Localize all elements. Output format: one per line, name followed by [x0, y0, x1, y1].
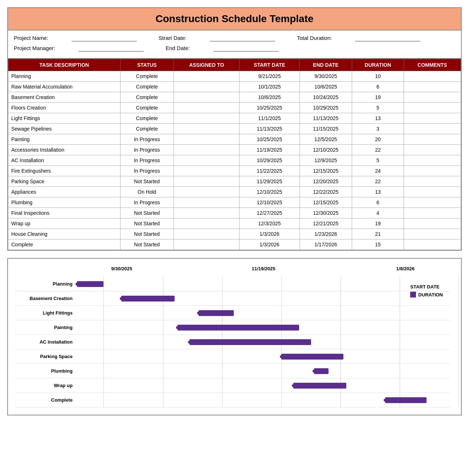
gantt-task-label: Complete	[15, 397, 77, 403]
task-end-date: 11/15/2025	[299, 124, 352, 134]
gantt-row: Wrap up	[15, 378, 450, 393]
task-name: Light Fittings	[8, 113, 121, 124]
task-end-date: 1/23/2026	[299, 229, 352, 239]
task-name: Complete	[8, 239, 121, 250]
header-end: END DATE	[299, 59, 352, 71]
gantt-chart-container: 9/30/2025 11/19/2025 1/8/2026 PlanningBa…	[7, 258, 462, 415]
task-duration: 19	[352, 92, 404, 103]
task-name: House Cleaning	[8, 229, 121, 239]
task-status: Complete	[120, 124, 174, 134]
start-date-label: Strart Date:	[159, 35, 187, 41]
gantt-date-label-3: 1/8/2026	[396, 266, 415, 271]
table-row: House Cleaning Not Started 1/3/2026 1/23…	[8, 229, 461, 239]
task-name: Plumbing	[8, 197, 121, 208]
task-name: Basement Creation	[8, 92, 121, 103]
legend-start-label: START DATE	[410, 284, 439, 290]
task-start-date: 11/22/2025	[240, 166, 299, 176]
table-row: Complete Not Started 1/3/2026 1/17/2026 …	[8, 239, 461, 250]
task-duration: 13	[352, 187, 404, 197]
table-row: Raw Material Accumulation Complete 10/1/…	[8, 82, 461, 92]
task-comments	[404, 145, 461, 155]
task-assigned	[174, 124, 239, 134]
task-status: In Progress	[120, 145, 174, 155]
task-assigned	[174, 103, 239, 113]
task-end-date: 12/20/2025	[299, 176, 352, 187]
table-header-row: TASK DESCRIPTION STATUS ASSIGNED TO STAR…	[8, 59, 461, 71]
table-row: Wrap up Not Started 12/3/2025 12/21/2025…	[8, 218, 461, 229]
gantt-task-label: Parking Space	[15, 354, 77, 359]
project-name-value	[72, 35, 137, 41]
task-duration: 5	[352, 103, 404, 113]
task-start-date: 12/3/2025	[240, 218, 299, 229]
task-duration: 22	[352, 145, 404, 155]
gantt-row: Complete	[15, 393, 450, 407]
task-end-date: 11/13/2025	[299, 113, 352, 124]
task-start-date: 9/21/2025	[240, 71, 299, 82]
gantt-task-label: Plumbing	[15, 368, 77, 374]
task-end-date: 12/15/2025	[299, 197, 352, 208]
header-status: STATUS	[120, 59, 174, 71]
task-assigned	[174, 176, 239, 187]
task-comments	[404, 124, 461, 134]
task-assigned	[174, 113, 239, 124]
task-name: Planning	[8, 71, 121, 82]
task-start-date: 10/1/2025	[240, 82, 299, 92]
task-start-date: 1/3/2026	[240, 229, 299, 239]
legend-duration-label: DURATION	[418, 292, 443, 298]
gantt-task-label: AC Installation	[15, 339, 77, 345]
task-comments	[404, 197, 461, 208]
gantt-row: Planning	[15, 277, 450, 291]
task-start-date: 10/25/2025	[240, 134, 299, 145]
header-task: TASK DESCRIPTION	[8, 59, 121, 71]
table-row: Floors Creation Complete 10/25/2025 10/2…	[8, 103, 461, 113]
project-manager-value	[78, 45, 144, 52]
task-start-date: 10/29/2025	[240, 155, 299, 166]
task-duration: 20	[352, 134, 404, 145]
gantt-bar-area	[77, 306, 450, 320]
gantt-bar	[385, 397, 427, 403]
gantt-bar	[293, 383, 347, 389]
header-assigned: ASSIGNED TO	[174, 59, 239, 71]
task-duration: 22	[352, 176, 404, 187]
task-start-date: 12/10/2025	[240, 187, 299, 197]
task-end-date: 12/22/2025	[299, 187, 352, 197]
gantt-bar-area	[77, 349, 450, 364]
task-duration: 6	[352, 197, 404, 208]
task-name: Floors Creation	[8, 103, 121, 113]
gantt-chart: 9/30/2025 11/19/2025 1/8/2026 PlanningBa…	[15, 266, 450, 407]
gantt-task-label: Painting	[15, 325, 77, 330]
project-info: Project Name: Strart Date: Total Duratio…	[8, 30, 461, 59]
task-status: Complete	[120, 82, 174, 92]
task-comments	[404, 155, 461, 166]
task-assigned	[174, 229, 239, 239]
header-comments: COMMENTS	[404, 59, 461, 71]
task-end-date: 12/15/2025	[299, 166, 352, 176]
task-comments	[404, 208, 461, 218]
gantt-date-label-1: 9/30/2025	[111, 266, 132, 271]
table-row: Accessories Installation In Progress 11/…	[8, 145, 461, 155]
task-status: Complete	[120, 103, 174, 113]
task-name: AC Installation	[8, 155, 121, 166]
task-comments	[404, 113, 461, 124]
gantt-task-label: Light Fittings	[15, 310, 77, 316]
task-assigned	[174, 218, 239, 229]
task-end-date: 9/30/2025	[299, 71, 352, 82]
task-name: Painting	[8, 134, 121, 145]
task-end-date: 1/17/2026	[299, 239, 352, 250]
task-assigned	[174, 92, 239, 103]
task-name: Raw Material Accumulation	[8, 82, 121, 92]
task-name: Parking Space	[8, 176, 121, 187]
gantt-bar	[178, 325, 299, 331]
task-assigned	[174, 166, 239, 176]
task-start-date: 12/10/2025	[240, 197, 299, 208]
task-assigned	[174, 134, 239, 145]
task-status: Not Started	[120, 218, 174, 229]
gantt-row: Light Fittings	[15, 306, 450, 320]
schedule-table: TASK DESCRIPTION STATUS ASSIGNED TO STAR…	[8, 59, 461, 250]
table-row: Parking Space Not Started 11/29/2025 12/…	[8, 176, 461, 187]
table-row: Planning Complete 9/21/2025 9/30/2025 10	[8, 71, 461, 82]
task-comments	[404, 187, 461, 197]
task-end-date: 12/9/2025	[299, 155, 352, 166]
gantt-bar	[121, 296, 175, 301]
task-name: Sewage Pipelines	[8, 124, 121, 134]
